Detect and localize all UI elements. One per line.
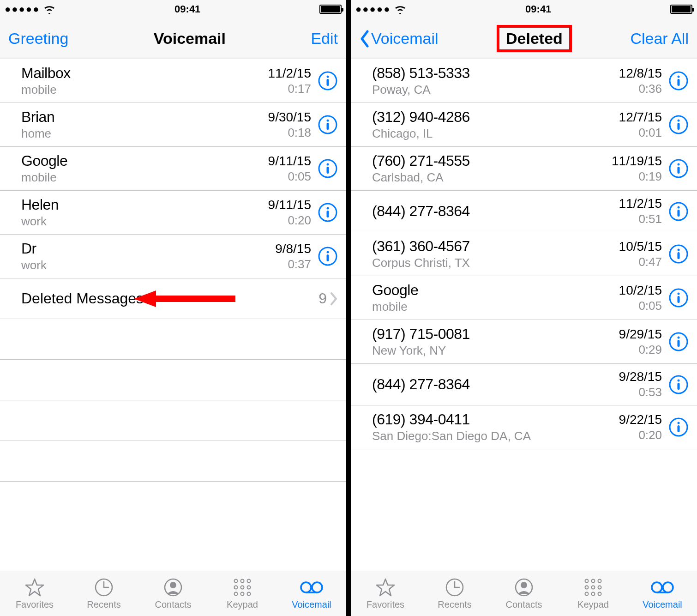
voicemail-row[interactable]: (312) 940-4286Chicago, IL12/7/150:01 [351, 103, 697, 147]
phone-deleted-list: ●●●●● 09:41 Voicemail Deleted Clear All … [351, 0, 697, 616]
info-button[interactable] [318, 202, 338, 223]
svg-point-50 [678, 293, 680, 295]
voicemail-duration: 0:20 [619, 428, 662, 442]
voicemail-icon [650, 577, 675, 598]
info-button[interactable] [668, 201, 689, 222]
nav-title: Deleted [497, 25, 572, 52]
info-button[interactable] [318, 246, 338, 266]
title-highlight: Deleted [497, 25, 572, 52]
svg-point-32 [312, 582, 322, 592]
caller-name: (361) 360-4567 [372, 238, 619, 255]
voicemail-row[interactable]: (760) 271-4555Carlsbad, CA11/19/150:19 [351, 147, 697, 191]
voicemail-list: Mailboxmobile11/2/150:17Brianhome9/30/15… [0, 59, 346, 571]
svg-point-23 [241, 580, 244, 583]
voicemail-date: 12/8/15 [619, 66, 662, 81]
tab-favorites[interactable]: Favorites [351, 571, 420, 616]
tab-label: Keypad [227, 599, 258, 610]
contact-icon [514, 577, 534, 598]
voicemail-date: 9/29/15 [619, 327, 662, 342]
greeting-button[interactable]: Greeting [8, 30, 68, 48]
voicemail-row[interactable]: (361) 360-4567Corpus Christi, TX10/5/150… [351, 232, 697, 276]
svg-point-4 [327, 120, 329, 122]
tab-recents[interactable]: Recents [69, 571, 138, 616]
tab-voicemail[interactable]: Voicemail [277, 571, 346, 616]
battery-icon [670, 5, 692, 14]
svg-rect-36 [678, 79, 680, 86]
voicemail-date: 9/11/15 [268, 154, 311, 169]
info-button[interactable] [668, 288, 689, 308]
empty-row [0, 441, 346, 482]
svg-point-53 [678, 337, 680, 339]
info-button[interactable] [668, 244, 689, 264]
voicemail-row[interactable]: (619) 394-0411San Diego:San Diego DA, CA… [351, 405, 697, 449]
voicemail-duration: 0:20 [268, 213, 311, 228]
svg-rect-39 [678, 123, 680, 130]
svg-point-13 [327, 251, 329, 254]
tab-recents[interactable]: Recents [420, 571, 489, 616]
svg-point-41 [678, 163, 680, 166]
annotation-arrow [134, 288, 235, 310]
voicemail-duration: 0:01 [619, 126, 662, 140]
voicemail-row[interactable]: (844) 277-83649/28/150:53 [351, 364, 697, 405]
info-button[interactable] [668, 374, 689, 395]
tab-contacts[interactable]: Contacts [138, 571, 208, 616]
tab-label: Voicemail [643, 599, 682, 610]
tab-bar: FavoritesRecentsContactsKeypadVoicemail [0, 571, 346, 616]
deleted-messages-row[interactable]: Deleted Messages9 [0, 278, 346, 319]
clock-icon [94, 577, 114, 598]
tab-label: Recents [87, 599, 120, 610]
caller-name: (844) 277-8364 [372, 203, 619, 220]
battery-icon [319, 5, 342, 14]
voicemail-row[interactable]: Brianhome9/30/150:18 [0, 103, 346, 147]
clock-icon [445, 577, 465, 598]
voicemail-row[interactable]: (844) 277-836411/2/150:51 [351, 191, 697, 232]
caller-name: Google [372, 282, 619, 299]
voicemail-row[interactable]: Helenwork9/11/150:20 [0, 191, 346, 235]
tab-label: Favorites [367, 599, 404, 610]
info-button[interactable] [318, 115, 338, 135]
status-bar: ●●●●● 09:41 [351, 0, 697, 18]
info-button[interactable] [668, 115, 689, 135]
svg-point-56 [678, 379, 680, 381]
svg-point-68 [598, 580, 601, 583]
signal-icon: ●●●●● [355, 3, 406, 15]
voicemail-date: 12/7/15 [619, 110, 662, 125]
info-button[interactable] [318, 71, 338, 91]
tab-contacts[interactable]: Contacts [489, 571, 559, 616]
caller-sublabel: work [21, 258, 275, 272]
voicemail-row[interactable]: Drwork9/8/150:37 [0, 235, 346, 278]
wifi-icon [394, 5, 406, 14]
voicemail-row[interactable]: Googlemobile10/2/150:05 [351, 276, 697, 320]
tab-keypad[interactable]: Keypad [208, 571, 277, 616]
svg-point-7 [327, 163, 329, 166]
svg-point-74 [598, 592, 601, 596]
info-button[interactable] [318, 158, 338, 179]
tab-keypad[interactable]: Keypad [559, 571, 628, 616]
info-button[interactable] [668, 417, 689, 437]
voicemail-row[interactable]: (917) 715-0081New York, NY9/29/150:29 [351, 320, 697, 364]
svg-point-70 [592, 586, 595, 589]
info-button[interactable] [668, 332, 689, 352]
svg-rect-51 [678, 296, 680, 303]
star-icon [375, 577, 396, 598]
back-button[interactable]: Voicemail [359, 30, 439, 48]
info-button[interactable] [668, 158, 689, 179]
edit-button[interactable]: Edit [311, 30, 338, 48]
caller-sublabel: Chicago, IL [372, 127, 619, 141]
svg-point-65 [521, 582, 527, 588]
clear-all-button[interactable]: Clear All [630, 30, 689, 48]
voicemail-row[interactable]: (858) 513-5333Poway, CA12/8/150:36 [351, 59, 697, 103]
svg-point-44 [678, 206, 680, 208]
tab-favorites[interactable]: Favorites [0, 571, 69, 616]
svg-point-67 [592, 580, 595, 583]
voicemail-date: 9/11/15 [268, 198, 311, 212]
caller-sublabel: mobile [372, 300, 619, 314]
svg-point-31 [301, 582, 311, 592]
svg-point-38 [678, 120, 680, 122]
tab-voicemail[interactable]: Voicemail [628, 571, 697, 616]
info-button[interactable] [668, 71, 689, 91]
voicemail-row[interactable]: Googlemobile9/11/150:05 [0, 147, 346, 191]
voicemail-row[interactable]: Mailboxmobile11/2/150:17 [0, 59, 346, 103]
caller-name: Brian [21, 109, 268, 126]
svg-point-24 [247, 580, 251, 583]
